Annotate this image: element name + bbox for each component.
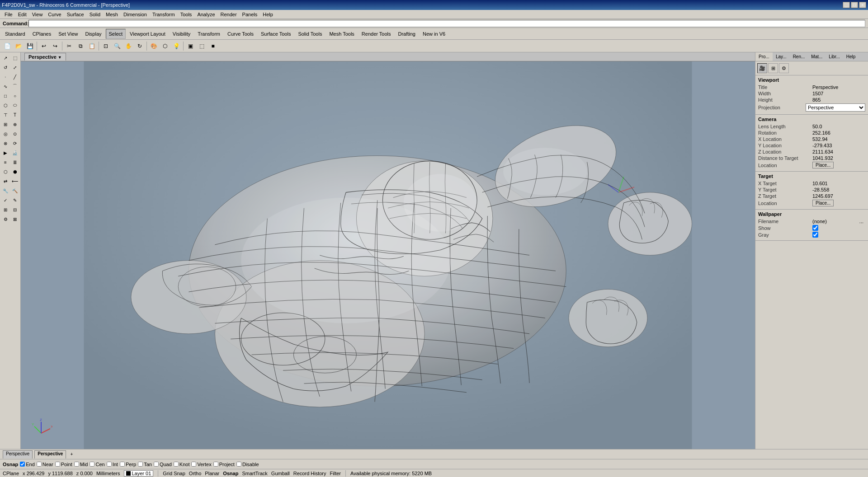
left-misc7[interactable]: ✓ — [1, 196, 10, 205]
menu-dimension[interactable]: Dimension — [121, 11, 150, 18]
pan-icon[interactable]: ✋ — [123, 41, 134, 51]
scale-btn[interactable]: ⤢ — [10, 63, 19, 72]
undo-icon[interactable]: ↩ — [38, 41, 49, 51]
light-icon[interactable]: 💡 — [171, 41, 182, 51]
planar-status[interactable]: Planar — [205, 471, 219, 476]
close-button[interactable]: × — [859, 2, 866, 8]
camera-view-btn[interactable]: 🎥 — [757, 63, 767, 73]
wireframe-icon[interactable]: ⬚ — [196, 41, 207, 51]
left-misc4[interactable]: ⟵ — [10, 177, 19, 186]
left-misc3[interactable]: ⇄ — [1, 177, 10, 186]
shaded-icon[interactable]: ▣ — [185, 41, 196, 51]
viewport-canvas[interactable]: X Y Z — [21, 61, 755, 449]
left-misc10[interactable]: ⊟ — [10, 205, 19, 214]
filename-browse-button[interactable]: ... — [858, 219, 865, 224]
left-misc9[interactable]: ⊞ — [1, 205, 10, 214]
grid-snap-status[interactable]: Grid Snap — [163, 471, 185, 476]
smart-track-status[interactable]: SmartTrack — [242, 471, 267, 476]
snap-knot-checkbox[interactable] — [174, 462, 179, 467]
tb-curve-tools[interactable]: Curve Tools — [224, 29, 257, 39]
menu-analyze[interactable]: Analyze — [194, 11, 217, 18]
snap-tan[interactable]: Tan — [138, 462, 152, 467]
paste-icon[interactable]: 📋 — [86, 41, 97, 51]
snap-point-checkbox[interactable] — [55, 462, 60, 467]
left-misc12[interactable]: ⊠ — [10, 215, 19, 224]
select-objects-btn[interactable]: ↗ — [1, 53, 10, 62]
snap-point[interactable]: Point — [55, 462, 72, 467]
gumball-status[interactable]: Gumball — [271, 471, 290, 476]
circle-btn[interactable]: ○ — [10, 91, 19, 100]
osnap-status[interactable]: Osnap — [223, 471, 238, 476]
text-btn[interactable]: T — [10, 110, 19, 119]
menu-panels[interactable]: Panels — [240, 11, 260, 18]
snap-vertex-checkbox[interactable] — [191, 462, 196, 467]
history-btn[interactable]: ⟳ — [10, 139, 19, 148]
point-btn[interactable]: · — [1, 72, 10, 81]
menu-render[interactable]: Render — [218, 11, 240, 18]
maximize-button[interactable]: □ — [851, 2, 858, 8]
open-icon[interactable]: 📂 — [13, 41, 24, 51]
snap-int[interactable]: Int — [107, 462, 118, 467]
snap-near[interactable]: Near — [37, 462, 53, 467]
tb-setview[interactable]: Set View — [55, 29, 81, 39]
snap-quad[interactable]: Quad — [154, 462, 172, 467]
select-area-btn[interactable]: ⬚ — [10, 53, 19, 62]
snap-end[interactable]: End — [20, 462, 35, 467]
left-misc1[interactable]: ⬡ — [1, 167, 10, 176]
left-misc2[interactable]: ⬢ — [10, 167, 19, 176]
tb-mesh-tools[interactable]: Mesh Tools — [326, 29, 357, 39]
redo-icon[interactable]: ↪ — [50, 41, 61, 51]
rect-btn[interactable]: □ — [1, 91, 10, 100]
snap-knot[interactable]: Knot — [174, 462, 190, 467]
projection-select[interactable]: Perspective Parallel Two-Point Perspecti… — [806, 103, 865, 112]
analysis-btn[interactable]: 🔬 — [10, 148, 19, 157]
show-checkbox[interactable] — [812, 225, 818, 231]
tab-materials[interactable]: Mat... — [808, 52, 826, 61]
tab-help[interactable]: Help — [843, 52, 859, 61]
menu-view[interactable]: View — [29, 11, 46, 18]
menu-tools[interactable]: Tools — [178, 11, 195, 18]
snap-project[interactable]: Project — [213, 462, 235, 467]
snap-end-checkbox[interactable] — [20, 462, 25, 467]
new-file-icon[interactable]: 📄 — [2, 41, 13, 51]
grid-view-btn[interactable]: ⊞ — [768, 63, 778, 73]
perspective-tab[interactable]: Perspective ▼ — [24, 53, 66, 61]
snap-project-checkbox[interactable] — [213, 462, 218, 467]
line-btn[interactable]: ╱ — [10, 72, 19, 81]
layer-btn[interactable]: ≡ — [1, 158, 10, 167]
snap-tan-checkbox[interactable] — [138, 462, 143, 467]
snap-near-checkbox[interactable] — [37, 462, 42, 467]
settings-view-btn[interactable]: ⚙ — [779, 63, 789, 73]
arc-btn[interactable]: ⌒ — [10, 82, 19, 91]
left-misc11[interactable]: ⚙ — [1, 215, 10, 224]
tb-select[interactable]: Select — [106, 29, 126, 39]
vp-tab-dropdown[interactable]: ▼ — [58, 55, 62, 60]
dimension-btn[interactable]: ⊤ — [1, 110, 10, 119]
render-btn2[interactable]: ▶ — [1, 148, 10, 157]
ellipse-btn[interactable]: ⬭ — [10, 101, 19, 110]
menu-edit[interactable]: Edit — [15, 11, 29, 18]
record-history-status[interactable]: Record History — [293, 471, 326, 476]
command-input[interactable] — [28, 20, 865, 27]
tab-properties[interactable]: Pro... — [755, 52, 773, 61]
bottom-perspective-tab-1[interactable]: Perspective — [3, 450, 33, 458]
menu-mesh[interactable]: Mesh — [103, 11, 121, 18]
gray-checkbox[interactable] — [812, 232, 818, 238]
rendered-icon[interactable]: ■ — [208, 41, 218, 51]
tb-standard[interactable]: Standard — [2, 29, 28, 39]
menu-transform[interactable]: Transform — [150, 11, 178, 18]
prop-btn[interactable]: ≣ — [10, 158, 19, 167]
tb-viewport-layout[interactable]: Viewport Layout — [127, 29, 169, 39]
snap-perp-checkbox[interactable] — [120, 462, 125, 467]
tb-display[interactable]: Display — [82, 29, 104, 39]
curve-btn[interactable]: ∿ — [1, 82, 10, 91]
tb-solid-tools[interactable]: Solid Tools — [295, 29, 325, 39]
tab-render[interactable]: Ren... — [790, 52, 808, 61]
ortho-btn[interactable]: ⊕ — [10, 120, 19, 129]
snap-vertex[interactable]: Vertex — [191, 462, 211, 467]
tb-transform[interactable]: Transform — [194, 29, 223, 39]
tb-surface-tools[interactable]: Surface Tools — [258, 29, 294, 39]
left-misc8[interactable]: ✎ — [10, 196, 19, 205]
filter-status[interactable]: Filter — [330, 471, 341, 476]
rotate-icon[interactable]: ↻ — [134, 41, 145, 51]
